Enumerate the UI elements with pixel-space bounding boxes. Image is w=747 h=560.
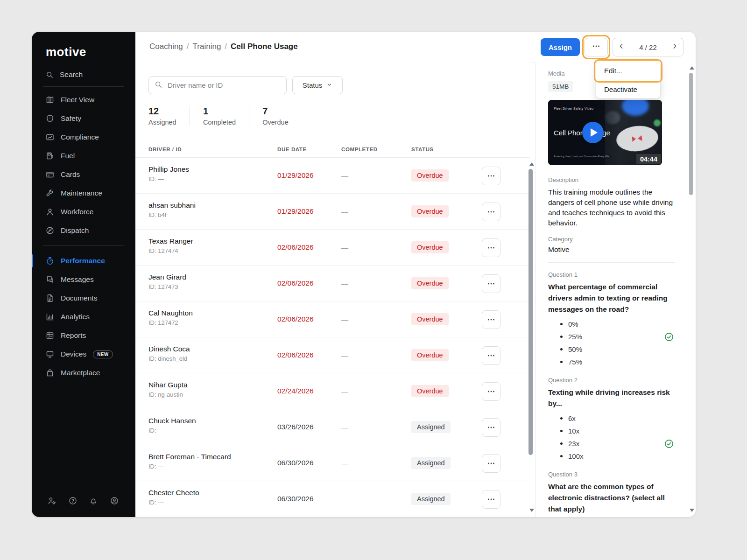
panel-scroll-down-arrow[interactable] — [690, 509, 694, 512]
due-date: 02/24/2026 — [277, 387, 314, 395]
sidebar-item-devices[interactable]: DevicesNEW — [32, 345, 135, 364]
table-scroll-up-arrow[interactable] — [529, 162, 534, 166]
sidebar-item-workforce[interactable]: Workforce — [32, 203, 135, 221]
sidebar-item-analytics[interactable]: Analytics — [32, 308, 135, 326]
table-scroll-down-arrow[interactable] — [529, 509, 534, 512]
dispatch-icon — [46, 226, 54, 235]
question-text: What are the common types of electronic … — [548, 481, 675, 515]
driver-id: ID: ng-austin — [148, 391, 188, 398]
notifications-icon[interactable] — [89, 497, 98, 505]
completed-date: — — [341, 172, 348, 180]
video-thumbnail[interactable]: Fleet Driver Safety Video Cell Phone Usa… — [548, 100, 662, 165]
sidebar-item-label: Marketplace — [61, 369, 100, 377]
sidebar-item-fleet-view[interactable]: Fleet View — [32, 91, 135, 109]
video-duration: 04:44 — [636, 154, 661, 164]
status-badge: Assigned — [411, 493, 451, 505]
reports-icon — [46, 331, 54, 340]
row-actions-button[interactable] — [482, 167, 500, 185]
sidebar-item-fuel[interactable]: Fuel — [32, 147, 135, 165]
due-date: 06/30/2026 — [277, 495, 314, 503]
breadcrumb-training[interactable]: Training — [193, 42, 221, 51]
row-actions-button[interactable] — [482, 203, 500, 221]
sidebar-search[interactable]: Search — [46, 70, 135, 79]
bullet-icon — [560, 455, 563, 457]
sidebar-item-compliance[interactable]: Compliance — [32, 128, 135, 147]
row-actions-button[interactable] — [482, 274, 500, 293]
performance-icon — [46, 257, 54, 265]
sidebar-item-marketplace[interactable]: Marketplace — [32, 364, 135, 382]
play-button[interactable] — [582, 122, 604, 143]
due-date: 03/26/2026 — [277, 423, 314, 431]
driver-name: Chester Cheeto — [148, 489, 199, 497]
sidebar-item-messages[interactable]: Messages — [32, 270, 135, 289]
breadcrumb-coaching[interactable]: Coaching — [149, 42, 183, 51]
driver-name: Phillip Jones — [148, 165, 189, 174]
driver-name: Texas Ranger — [148, 237, 193, 245]
table-row[interactable]: Phillip JonesID: —01/29/2026—Overdue — [135, 158, 529, 194]
next-page-button[interactable] — [666, 38, 683, 56]
sidebar-item-safety[interactable]: Safety — [32, 109, 135, 128]
status-filter-dropdown[interactable]: Status — [292, 76, 343, 94]
assign-button[interactable]: Assign — [541, 38, 580, 56]
driver-id: ID: — — [148, 175, 189, 182]
sidebar-item-cards[interactable]: Cards — [32, 165, 135, 184]
row-actions-button[interactable] — [482, 346, 500, 365]
table-row[interactable]: Chuck HansenID: —03/26/2026—Assigned — [135, 409, 529, 445]
row-actions-button[interactable] — [482, 490, 500, 509]
page-header: Coaching / Training / Cell Phone Usage A… — [135, 32, 696, 63]
sidebar-item-reports[interactable]: Reports — [32, 326, 135, 345]
stat-divider — [190, 105, 190, 126]
stat-completed-value: 1 — [203, 106, 236, 117]
sidebar-item-maintenance[interactable]: Maintenance — [32, 184, 135, 203]
row-actions-button[interactable] — [482, 418, 500, 437]
due-date: 02/06/2026 — [277, 243, 314, 252]
driver-id: ID: 127474 — [148, 247, 193, 254]
sidebar-item-performance[interactable]: Performance — [32, 252, 135, 270]
panel-scroll-up-arrow[interactable] — [690, 66, 694, 70]
admin-settings-icon[interactable] — [48, 497, 56, 505]
sidebar-item-dispatch[interactable]: Dispatch — [32, 221, 135, 240]
analytics-icon — [46, 313, 54, 321]
table-row[interactable]: Nihar GuptaID: ng-austin02/24/2026—Overd… — [135, 373, 529, 409]
row-actions-button[interactable] — [482, 454, 500, 473]
due-date: 01/29/2026 — [277, 171, 314, 180]
table-scrollbar[interactable] — [529, 169, 533, 455]
row-actions-button[interactable] — [482, 238, 500, 257]
table-row[interactable]: Cal NaughtonID: 12747202/06/2026—Overdue — [135, 301, 529, 337]
deactivate-menu-item[interactable]: Deactivate — [596, 80, 660, 98]
status-cell: Overdue — [411, 241, 449, 253]
table-row[interactable]: ahsan subhaniID: b4F01/29/2026—Overdue — [135, 194, 529, 230]
breadcrumb-separator: / — [187, 42, 189, 51]
table-row[interactable]: Jean GirardID: 12747302/06/2026—Overdue — [135, 266, 529, 301]
sidebar-item-label: Cards — [61, 170, 80, 179]
chevron-right-icon — [671, 42, 678, 52]
driver-search-field[interactable] — [148, 76, 287, 94]
row-actions-button[interactable] — [482, 382, 500, 401]
driver-search-input[interactable] — [167, 81, 262, 90]
panel-scrollbar[interactable] — [689, 73, 693, 195]
driver-name: Chuck Hansen — [148, 417, 196, 425]
correct-answer-icon — [664, 439, 674, 448]
help-icon[interactable] — [69, 497, 77, 505]
table-row[interactable]: Dinesh CocaID: dinesh_eld02/06/2026—Over… — [135, 337, 529, 373]
due-date: 01/29/2026 — [277, 207, 314, 216]
more-actions-button[interactable] — [585, 38, 608, 56]
row-actions-button[interactable] — [482, 310, 500, 329]
table-row[interactable]: Texas RangerID: 12747402/06/2026—Overdue — [135, 230, 529, 266]
driver-id: ID: — — [148, 463, 231, 470]
table-row[interactable]: Brett Foreman - TimecardID: —06/30/2026—… — [135, 445, 529, 481]
sidebar-divider — [43, 86, 124, 87]
prev-page-button[interactable] — [613, 38, 630, 56]
status-filter-label: Status — [303, 81, 323, 89]
sidebar-item-documents[interactable]: Documents — [32, 289, 135, 308]
answer-options: 0%25%50%75% — [548, 318, 675, 368]
table-row[interactable]: Chester CheetoID: —06/30/2026—Assigned — [135, 481, 529, 517]
account-icon[interactable] — [110, 497, 119, 505]
sidebar: motive Search Fleet ViewSafetyCompliance… — [32, 32, 135, 517]
driver-name: ahsan subhani — [148, 201, 196, 210]
edit-menu-item[interactable]: Edit... — [596, 61, 660, 80]
bullet-icon — [560, 430, 563, 432]
details-panel: Media 51MB Fleet Driver Safety Video Cel… — [535, 63, 696, 517]
messages-icon — [46, 275, 54, 284]
answer-option: 0% — [548, 318, 675, 330]
